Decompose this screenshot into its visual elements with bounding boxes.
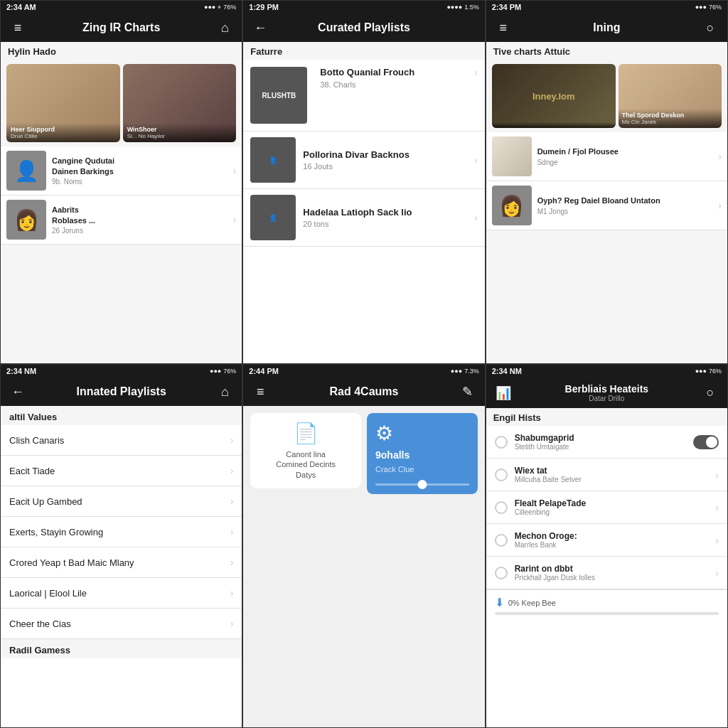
chevron-1: › [233, 165, 237, 176]
item-title-2b: Roblases ... [52, 215, 228, 225]
pl-title-2: Pollorina Divar Backnos [303, 149, 467, 161]
chart-icon-6[interactable]: 📊 [495, 385, 512, 401]
tive-list-item-1[interactable]: Dumein / Fjol Plousee Sdnge › [486, 132, 727, 181]
radio-5[interactable] [495, 567, 508, 579]
s-title-2: Wiex tat [515, 466, 709, 476]
menu-icon-3[interactable]: ≡ [495, 21, 512, 36]
panel-curated-playlists: 1:29 PM ●●●● 1.5% ← Curated Playlists Fa… [242, 0, 485, 364]
panel-rad-4caums: 2:44 PM ●●● 7.3% ≡ Rad 4Caums ✎ 📄 Canont… [242, 364, 485, 728]
rad-slider[interactable] [375, 483, 469, 486]
pl-list-item-1[interactable]: Clish Canaris › [1, 425, 242, 456]
thumb-1: 👤 [6, 151, 46, 191]
battery-3: 76% [709, 4, 722, 11]
nav-bar-3: ≡ Ining ○ [486, 14, 727, 42]
section-header-2: Faturre [243, 42, 484, 60]
tive-chevron-2: › [718, 200, 722, 211]
radio-2[interactable] [495, 469, 508, 481]
featured-card-2[interactable]: WinShoer Si... No Hayilor [123, 64, 237, 142]
settings-item-4[interactable]: Mechon Oroge: Marrles Bank › [486, 524, 727, 557]
pl-list-item-5[interactable]: Crored Yeap t Bad Maic Mlany › [1, 547, 242, 578]
toggle-1[interactable] [693, 435, 719, 449]
pl-list-title-7: Cheer the Cias [9, 619, 230, 629]
settings-icon-5: ⚙ [375, 422, 393, 445]
panel-berbliais: 2:34 NM ●●● 76% 📊 Berbliais Heateits Dat… [486, 364, 728, 728]
home-icon-4[interactable]: ⌂ [216, 385, 233, 400]
rad-card-white: 📄 Canont lina Comined Decints Datys [250, 413, 361, 488]
progress-bar-wrap [495, 612, 719, 615]
time-6: 2:34 NM [492, 367, 522, 375]
list-item-1[interactable]: 👤 Cangine Qudutai Dainen Barkings 9b. No… [1, 146, 242, 196]
radio-4[interactable] [495, 534, 508, 547]
rad-card-1[interactable]: 📄 Canont lina Comined Decints Datys [250, 413, 361, 488]
nav-right-6[interactable]: ○ [702, 385, 719, 400]
pl-sub-3: 20 tons [303, 220, 467, 228]
back-icon-2[interactable]: ← [252, 21, 269, 36]
pl-list-item-4[interactable]: Exerts, Stayin Growing › [1, 517, 242, 547]
pl-sub-featured: 38. Charls [320, 80, 467, 89]
tive-label-1: Inney.lom [492, 64, 616, 128]
nav-right-3[interactable]: ○ [702, 21, 719, 36]
pl-sub-2: 16 Jouts [303, 162, 467, 171]
pl-list-item-6[interactable]: Laorical | Elool Lile › [1, 578, 242, 609]
pl-title-featured: Botto Quanial Frouch [320, 67, 467, 79]
tive-item-title-1: Dumein / Fjol Plousee [537, 146, 713, 156]
pl-list-item-2[interactable]: Eacit Tiade › [1, 456, 242, 486]
s-sub-1: Stetith Umtaigate [515, 443, 686, 451]
playlist-item-3[interactable]: 👤 Hadelaa Latioph Sack lio 20 tons › [243, 189, 484, 247]
featured-card-1[interactable]: Heer Siuppord Drue Ctille [6, 64, 120, 142]
item-title-2: Aabrits [52, 205, 228, 215]
settings-item-3[interactable]: Flealt PelapeTade Cilleenbing › [486, 491, 727, 524]
menu-icon-1[interactable]: ≡ [9, 21, 26, 36]
nav-title-1: Zing IR Charts [26, 21, 216, 34]
pl-list-item-7[interactable]: Cheer the Cias › [1, 609, 242, 639]
item-title-1b: Dainen Barkings [52, 166, 228, 176]
s-chevron-4: › [715, 535, 719, 546]
pl-chevron-2: › [474, 154, 478, 166]
radio-1[interactable] [495, 436, 508, 449]
playlist-item-2[interactable]: 👤 Pollorina Divar Backnos 16 Jouts › [243, 132, 484, 189]
nav-bar-1: ≡ Zing IR Charts ⌂ [1, 14, 242, 42]
back-icon-4[interactable]: ← [9, 385, 26, 400]
tive-sub-2: Ms Cin Janék [622, 119, 718, 125]
s-sub-5: Prickhall Jgan Dusk lolles [515, 574, 709, 582]
home-icon-1[interactable]: ⌂ [216, 21, 233, 36]
tive-card-1[interactable]: Inney.lom [492, 64, 616, 128]
progress-section: ⬇ 0% Keep Bee [486, 589, 727, 621]
edit-icon-5[interactable]: ✎ [459, 384, 476, 400]
playlist-item-featured[interactable]: RLUSHTB Botto Quanial Frouch 38. Charls … [243, 60, 484, 132]
tive-thumb-1 [492, 136, 532, 176]
tive-overlay-1 [492, 122, 616, 128]
signal-icon-1: ●●● [204, 4, 215, 11]
pl-section-header-4b: Radil Gamess [1, 639, 242, 658]
settings-item-5[interactable]: Rarint on dbbt Prickhall Jgan Dusk lolle… [486, 557, 727, 589]
tive-item-sub-1: Sdnge [537, 159, 713, 166]
pl-list-item-3[interactable]: Eacit Up Gambed › [1, 486, 242, 517]
menu-icon-5[interactable]: ≡ [252, 385, 269, 400]
thumb-2: 👩 [6, 200, 46, 240]
nav-bar-6: 📊 Berbliais Heateits Datar Drillo ○ [486, 378, 727, 408]
tive-overlay-2: Thel Sporod Deskon Ms Cin Janék [619, 109, 722, 128]
pl-list-chevron-2: › [230, 465, 234, 476]
tive-list-item-2[interactable]: 👩 Oyph? Reg Daiel Bloand Untaton M1 Jong… [486, 181, 727, 230]
pl-info-featured: Botto Quanial Frouch 38. Charls [314, 67, 467, 89]
s-sub-2: Millcuha Baite Setver [515, 476, 709, 483]
s-info-4: Mechon Oroge: Marrles Bank [515, 531, 709, 549]
settings-item-2[interactable]: Wiex tat Millcuha Baite Setver › [486, 459, 727, 491]
nav-bar-4: ← Innated Playlists ⌂ [1, 378, 242, 406]
rad-card-2[interactable]: ⚙ 9ohalls Crack Clue [367, 413, 478, 494]
pl-list-chevron-7: › [230, 618, 234, 629]
radio-3[interactable] [495, 501, 508, 514]
status-bar-5: 2:44 PM ●●● 7.3% [243, 365, 484, 378]
battery-5: 7.3% [464, 368, 479, 375]
pl-list-chevron-6: › [230, 587, 234, 599]
pl-thumb-2: 👤 [250, 137, 296, 183]
document-icon: 📄 [294, 422, 318, 445]
settings-item-1[interactable]: Shabumgaprid Stetith Umtaigate [486, 426, 727, 459]
section-header-3: Tive charts Attuic [486, 42, 727, 60]
progress-icon: ⬇ [495, 596, 504, 609]
tive-card-2[interactable]: Thel Sporod Deskon Ms Cin Janék [619, 64, 722, 128]
progress-label: ⬇ 0% Keep Bee [495, 596, 719, 609]
list-item-2[interactable]: 👩 Aabrits Roblases ... 26 Joruns › [1, 196, 242, 245]
nav-title-4: Innated Playlists [26, 385, 216, 398]
nav-title-3: Ining [512, 21, 702, 34]
